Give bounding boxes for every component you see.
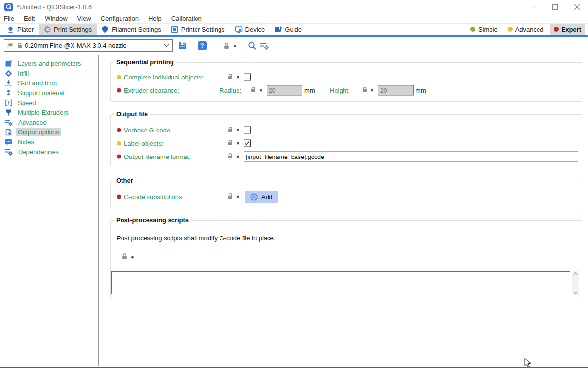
search-button[interactable]: [247, 40, 258, 51]
tab-print-settings[interactable]: Print Settings: [39, 24, 97, 35]
close-button[interactable]: [566, 0, 588, 14]
scroll-up-icon[interactable]: [573, 272, 578, 275]
tab-label: Print Settings: [54, 26, 92, 33]
tab-label: Filament Settings: [112, 26, 161, 33]
search-icon: [248, 41, 257, 50]
mode-advanced[interactable]: Advanced: [504, 24, 548, 35]
menu-calibration[interactable]: Calibration: [167, 15, 207, 22]
skirt-brim-icon: [5, 79, 12, 87]
section-output-file: Output file Verbose G-code: Label object…: [110, 114, 582, 166]
section-other: Other G-code substitutions: Add: [110, 181, 582, 209]
sidebar-item-speed[interactable]: Speed: [1, 98, 98, 107]
menu-configuration[interactable]: Configuration: [96, 15, 144, 22]
lock-icon[interactable]: [250, 86, 256, 95]
sidebar-item-support[interactable]: Support material: [1, 88, 98, 98]
expert-dot-icon: [554, 27, 559, 32]
label-objects-checkbox[interactable]: [244, 140, 251, 147]
revert-dot-icon: [229, 40, 240, 51]
sidebar-item-advanced[interactable]: Advanced: [1, 117, 98, 127]
lock-icon[interactable]: [362, 86, 368, 95]
output-filename-format-input[interactable]: [244, 152, 578, 162]
section-title: Output file: [114, 110, 150, 118]
section-title: Sequential printing: [114, 58, 176, 66]
save-icon: [178, 41, 187, 50]
preset-toolbar: 0.20mm Fine @X-MAX 3 0.4 nozzle ?: [0, 37, 588, 54]
radius-input[interactable]: [267, 85, 302, 96]
extruder-pin-icon: [5, 109, 12, 116]
lock-icon[interactable]: [227, 139, 233, 148]
title-bar: *Untitled - QIDISlicer-1.0.6: [0, 0, 588, 14]
mode-simple[interactable]: Simple: [466, 24, 502, 35]
radius-label: Radius:: [220, 87, 241, 94]
advanced-gear-list-icon: [5, 119, 13, 126]
tab-filament-settings[interactable]: Filament Settings: [97, 24, 166, 35]
sidebar-item-dependencies[interactable]: Dependencies: [1, 147, 98, 157]
menu-view[interactable]: View: [73, 15, 96, 22]
revert-dot-icon: [260, 89, 262, 92]
post-processing-scripts-textarea[interactable]: [111, 271, 570, 294]
option-label: Extruder clearance:: [124, 87, 179, 94]
mode-expert[interactable]: Expert: [550, 24, 585, 35]
tab-device[interactable]: Device: [230, 24, 270, 35]
expert-level-dot-icon: [117, 195, 121, 199]
revert-dot-icon: [131, 256, 134, 259]
plus-circle-icon: [250, 193, 258, 201]
lock-icon: [223, 42, 230, 49]
tab-plater[interactable]: Plater: [2, 24, 39, 35]
preset-dropdown[interactable]: 0.20mm Fine @X-MAX 3 0.4 nozzle: [4, 39, 173, 52]
app-logo-icon: [4, 3, 13, 11]
menu-bar: File Edit Window View Configuration Help…: [0, 14, 588, 24]
menu-window[interactable]: Window: [40, 15, 72, 22]
height-input[interactable]: [378, 85, 414, 96]
sidebar-item-notes[interactable]: Notes: [1, 137, 98, 147]
section-sequential-printing: Sequential printing Complete individual …: [110, 62, 582, 102]
option-label: Verbose G-code:: [124, 127, 172, 134]
lock-icon[interactable]: [227, 73, 233, 81]
sidebar-item-layers[interactable]: Layers and perimeters: [1, 58, 98, 68]
menu-edit[interactable]: Edit: [19, 15, 40, 22]
compare-settings-button[interactable]: [259, 40, 270, 51]
output-options-icon: [5, 129, 12, 136]
tab-label: Device: [245, 26, 265, 33]
tab-guide[interactable]: Guide: [270, 24, 307, 35]
revert-dot-icon: [237, 196, 239, 198]
minimize-button[interactable]: [522, 0, 544, 14]
preset-help-button[interactable]: ?: [197, 40, 208, 51]
textarea-scrollbar[interactable]: [572, 271, 579, 295]
mode-switcher: Simple Advanced Expert: [466, 24, 585, 35]
tab-bar: Plater Print Settings Filament Settings …: [0, 24, 588, 37]
option-label: G-code substitutions:: [124, 193, 184, 201]
notes-icon: [5, 138, 12, 146]
complete-individual-objects-checkbox[interactable]: [244, 74, 251, 81]
tab-label: Plater: [17, 26, 34, 33]
scroll-down-icon[interactable]: [573, 291, 578, 294]
gear-icon: [44, 26, 51, 33]
menu-help[interactable]: Help: [144, 15, 167, 22]
verbose-gcode-checkbox[interactable]: [244, 127, 251, 134]
tab-printer-settings[interactable]: Printer Settings: [166, 24, 230, 35]
dependencies-gear-list-icon: [5, 148, 13, 156]
section-title: Other: [114, 177, 136, 184]
support-material-icon: [5, 89, 12, 97]
advanced-level-dot-icon: [117, 141, 121, 146]
sidebar-item-skirt[interactable]: Skirt and brim: [1, 78, 98, 88]
mode-label: Advanced: [515, 26, 544, 33]
maximize-button[interactable]: [544, 0, 566, 14]
tab-label: Printer Settings: [181, 26, 225, 33]
view-settings-icon: [260, 42, 269, 50]
sidebar-item-multiple-extruders[interactable]: Multiple Extruders: [1, 107, 98, 117]
menu-file[interactable]: File: [0, 15, 19, 22]
lock-icon[interactable]: [227, 152, 233, 161]
save-preset-button[interactable]: [177, 40, 188, 51]
infill-icon: [5, 70, 12, 77]
height-unit: mm: [416, 87, 426, 94]
revert-dot-icon: [237, 129, 239, 131]
advanced-dot-icon: [508, 27, 513, 32]
sidebar-item-output-options[interactable]: Output options: [1, 127, 98, 137]
radius-unit: mm: [304, 87, 315, 94]
sidebar-item-infill[interactable]: Infill: [1, 68, 98, 78]
lock-icon[interactable]: [227, 126, 233, 134]
lock-icon[interactable]: [227, 192, 233, 201]
lock-icon[interactable]: [122, 253, 128, 262]
add-substitution-button[interactable]: Add: [245, 191, 278, 203]
